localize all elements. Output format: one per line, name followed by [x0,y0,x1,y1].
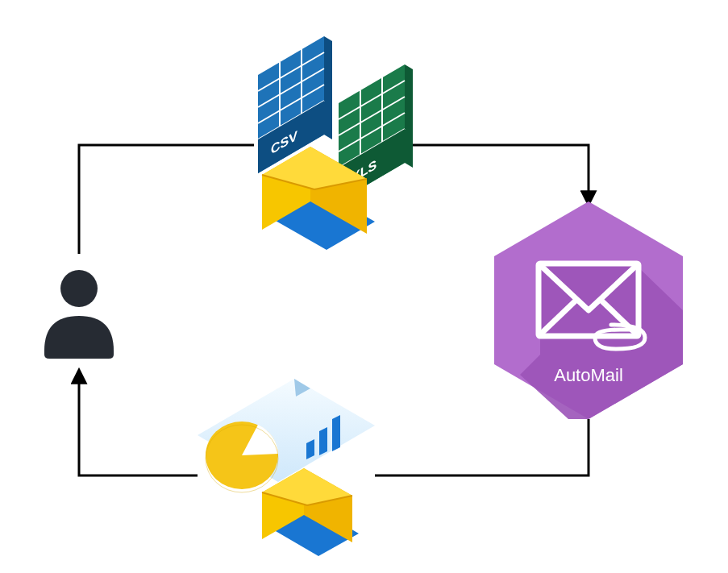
arrow-automail-to-report [375,419,589,475]
automail-node: AutoMail [494,201,683,419]
flow-diagram: CSV XLS [0,0,728,573]
svg-marker-31 [332,415,340,451]
automail-label: AutoMail [554,365,623,385]
svg-marker-10 [405,64,413,168]
arrow-report-to-user [79,371,198,475]
report-node [198,379,375,556]
svg-point-0 [60,270,98,307]
svg-marker-30 [319,427,327,455]
arrow-files-to-automail [411,145,589,204]
user-node [44,270,114,359]
user-icon [44,270,114,359]
svg-marker-1 [324,36,332,139]
csv-file-icon: CSV [258,36,332,173]
files-node: CSV XLS [258,36,413,250]
hexagon-shadow [520,266,683,419]
arrow-user-to-files [79,145,254,254]
pie-chart-icon [206,421,278,492]
